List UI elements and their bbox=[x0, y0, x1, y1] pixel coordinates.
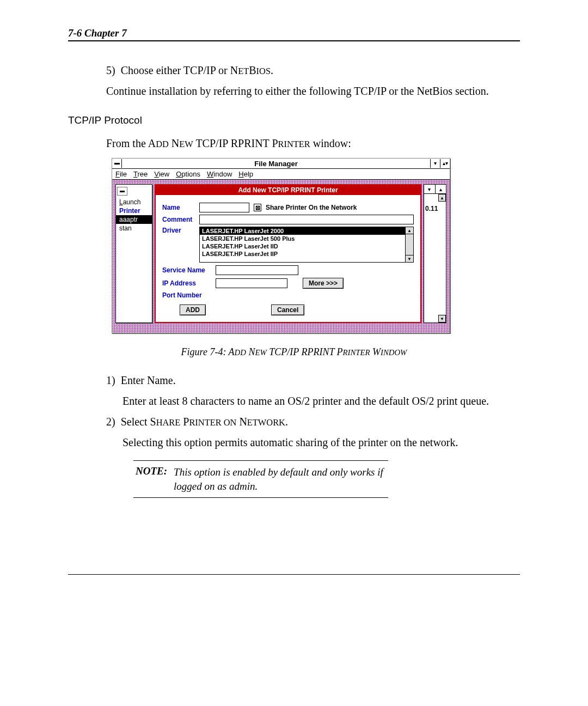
comment-input[interactable] bbox=[199, 215, 414, 224]
maximize-button[interactable]: ▴▾ bbox=[440, 159, 450, 168]
driver-listbox[interactable]: LASERJET.HP LaserJet 2000 LASERJET.HP La… bbox=[199, 227, 414, 263]
service-name-input[interactable] bbox=[216, 265, 298, 275]
step-5: 5) Choose either TCP/IP or NETBIOS. bbox=[122, 63, 520, 77]
cancel-button[interactable]: Cancel bbox=[271, 305, 304, 315]
driver-label: Driver bbox=[162, 227, 195, 234]
service-name-label: Service Name bbox=[162, 266, 211, 274]
right-panel: ▾ ▴ ▲ 0.11 ▼ bbox=[424, 184, 446, 323]
driver-scrollbar[interactable]: ▲ ▼ bbox=[405, 227, 413, 262]
more-button[interactable]: More >>> bbox=[303, 278, 344, 289]
right-value: 0.11 bbox=[425, 205, 445, 212]
right-scroll-down-icon[interactable]: ▼ bbox=[438, 315, 446, 322]
client-area: Launch Printer aaaptr stan Add New TCP/I… bbox=[112, 180, 450, 333]
header-rule bbox=[68, 40, 520, 41]
driver-item-2[interactable]: LASERJET.HP LaserJet IID bbox=[200, 242, 405, 250]
minimize-button[interactable]: ▾ bbox=[430, 159, 440, 168]
sidebar-item-stan[interactable]: stan bbox=[116, 224, 152, 233]
share-checkbox[interactable]: ⊠ bbox=[254, 204, 261, 211]
menu-options[interactable]: Options bbox=[176, 170, 200, 178]
driver-scroll-up-icon[interactable]: ▲ bbox=[406, 227, 413, 234]
right-min-icon[interactable]: ▾ bbox=[424, 185, 435, 193]
driver-item-1[interactable]: LASERJET.HP LaserJet 500 Plus bbox=[200, 235, 405, 242]
ip-address-label: IP Address bbox=[162, 279, 211, 287]
step-1-head: 1) Enter Name. bbox=[122, 373, 520, 387]
menu-window[interactable]: Window bbox=[207, 170, 232, 178]
note-text: This option is enabled by default and on… bbox=[174, 465, 386, 493]
side-system-icon[interactable] bbox=[117, 187, 127, 196]
right-scroll-up-icon[interactable]: ▲ bbox=[438, 194, 446, 202]
note-box: NOTE: This option is enabled by default … bbox=[133, 460, 388, 498]
note-label: NOTE: bbox=[136, 465, 167, 493]
system-menu-icon[interactable] bbox=[112, 159, 122, 168]
page-header: 7-6 Chapter 7 bbox=[68, 27, 520, 39]
sidebar-item-printer[interactable]: Printer bbox=[116, 206, 152, 215]
menu-file[interactable]: File bbox=[115, 170, 127, 178]
step-5-num: 5) bbox=[106, 64, 115, 76]
driver-item-3[interactable]: LASERJET.HP LaserJet IIP bbox=[200, 250, 405, 258]
driver-scroll-down-icon[interactable]: ▼ bbox=[406, 255, 413, 262]
sidebar-item-aaaptr[interactable]: aaaptr bbox=[116, 215, 152, 224]
from-line: From the ADD NEW TCP/IP RPRINT PRINTER w… bbox=[106, 136, 520, 150]
comment-label: Comment bbox=[162, 216, 195, 223]
add-printer-dialog: Add New TCP/IP RPRINT Printer Name ⊠ Sha… bbox=[155, 184, 421, 323]
add-button[interactable]: ADD bbox=[180, 305, 206, 315]
step-5-text: Choose either TCP/IP or NETBIOS. bbox=[121, 64, 273, 76]
share-label: Share Printer On the Network bbox=[266, 204, 357, 211]
step-2-head: 2) Select SHARE PRINTER ON NETWORK. bbox=[122, 415, 520, 429]
dialog-title: Add New TCP/IP RPRINT Printer bbox=[156, 185, 420, 195]
step-1-body: Enter at least 8 characters to name an O… bbox=[122, 394, 520, 408]
menu-bar: File Tree View Options Window Help bbox=[112, 169, 450, 180]
figure-caption: Figure 7-4: ADD NEW TCP/IP RPRINT PRINTE… bbox=[68, 346, 520, 358]
menu-tree[interactable]: Tree bbox=[133, 170, 148, 178]
window-title: File Manager bbox=[122, 160, 430, 168]
port-number-label: Port Number bbox=[162, 291, 211, 299]
menu-help[interactable]: Help bbox=[238, 170, 253, 178]
ip-address-input[interactable] bbox=[216, 278, 287, 288]
step-2-body: Selecting this option permits automatic … bbox=[122, 435, 520, 449]
right-max-icon[interactable]: ▴ bbox=[435, 185, 446, 193]
continue-text: Continue installation by referring to ei… bbox=[106, 84, 520, 98]
name-input[interactable] bbox=[199, 203, 249, 212]
sidebar-item-launch[interactable]: Launch bbox=[116, 198, 152, 206]
footer-rule bbox=[68, 574, 520, 575]
side-panel: Launch Printer aaaptr stan bbox=[115, 184, 152, 323]
name-label: Name bbox=[162, 204, 195, 211]
menu-view[interactable]: View bbox=[154, 170, 169, 178]
driver-item-0[interactable]: LASERJET.HP LaserJet 2000 bbox=[200, 227, 405, 235]
section-heading: TCP/IP Protocol bbox=[68, 114, 520, 126]
file-manager-window: File Manager ▾ ▴▾ File Tree View Options… bbox=[112, 158, 450, 333]
outer-titlebar: File Manager ▾ ▴▾ bbox=[112, 159, 450, 169]
